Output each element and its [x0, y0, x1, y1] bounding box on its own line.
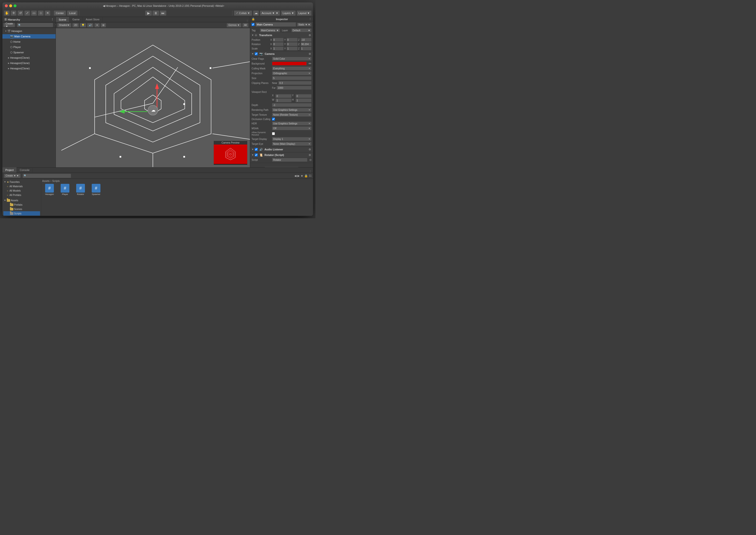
breadcrumb-scripts[interactable]: Scripts [52, 180, 60, 183]
tab-asset-store[interactable]: Asset Store [83, 17, 102, 22]
scale-y-input[interactable] [286, 46, 298, 50]
tab-project[interactable]: Project [2, 167, 17, 173]
near-field[interactable]: 0.3 [278, 81, 311, 85]
scenes-folder[interactable]: Scenes [3, 207, 40, 211]
rotation-y-input[interactable] [286, 42, 298, 46]
scale-z-input[interactable] [301, 46, 311, 50]
2d-btn[interactable]: 2D [72, 23, 79, 27]
hand-tool-btn[interactable]: ✋ [4, 11, 10, 16]
project-star-icon[interactable]: ★ [301, 174, 303, 178]
scene-all-btn[interactable]: All [242, 23, 248, 27]
all-prefabs-item[interactable]: ○ All Prefabs [3, 193, 40, 197]
transform-header[interactable]: ▼ ⊹ Transform ⚙ [250, 33, 313, 38]
move-tool-btn[interactable]: ✛ [11, 11, 16, 16]
project-back-icon[interactable]: ◀ [294, 174, 297, 178]
audio-listener-options[interactable]: ⚙ [308, 148, 311, 151]
hierarchy-row-spawner[interactable]: ⬡ Spawner [2, 50, 56, 55]
layers-dropdown[interactable]: Layers ▼ [281, 11, 296, 16]
camera-header[interactable]: ▼ 📷 Camera ⚙ [250, 51, 313, 56]
background-color-swatch[interactable] [272, 62, 307, 66]
tab-scene[interactable]: Scene [56, 17, 70, 22]
camera-enabled-checkbox[interactable] [255, 52, 258, 55]
position-y-input[interactable] [286, 38, 298, 42]
rotator-header[interactable]: ▼ 📜 Rotator (Script) ⚙ [250, 153, 313, 157]
vp-h-field[interactable]: 1 [296, 99, 312, 102]
collab-button[interactable]: ✓ Collab ▼ [234, 11, 252, 16]
assets-group[interactable]: ▼ Assets [3, 198, 40, 203]
breadcrumb-assets[interactable]: Assets [42, 180, 49, 183]
rotator-script-picker[interactable]: ⊙ [309, 158, 311, 161]
color-picker-icon[interactable]: ✏ [308, 62, 311, 66]
audio-listener-header[interactable]: ▼ 🔊 Audio Listener ⚙ [250, 147, 313, 152]
rotate-tool-btn[interactable]: ↺ [17, 11, 23, 16]
layer-dropdown[interactable]: Default ▼ [291, 28, 311, 32]
file-player[interactable]: # Player [58, 183, 72, 196]
audio-btn[interactable]: 🔊 [87, 23, 93, 27]
msaa-dropdown[interactable]: Off ▼ [272, 127, 311, 130]
hierarchy-row-home[interactable]: ⬡ Home [2, 40, 56, 44]
custom-tool-btn[interactable]: ✕ [44, 11, 50, 16]
project-lock-icon[interactable]: 🔒 [304, 174, 308, 178]
hierarchy-row-main-camera[interactable]: 📷 Main Camera [2, 34, 56, 39]
projection-dropdown[interactable]: Orthographic ▼ [272, 71, 311, 75]
project-create-btn[interactable]: Create ▼ ▼ [4, 174, 21, 178]
hierarchy-create-btn[interactable]: Create ▼ [3, 23, 15, 27]
pivot-local-btn[interactable]: Local [67, 11, 78, 16]
rotator-enabled-checkbox[interactable] [255, 154, 258, 156]
audio-listener-checkbox[interactable] [255, 148, 258, 151]
far-field[interactable]: 1000 [276, 86, 311, 90]
file-spawner[interactable]: # Spawner [89, 183, 103, 196]
scale-tool-btn[interactable]: ⤢ [24, 11, 30, 16]
fx-btn[interactable]: ✦ [94, 23, 100, 27]
hdr-dropdown[interactable]: Use Graphics Settings ▼ [272, 122, 311, 126]
play-button[interactable]: ▶ [145, 11, 152, 16]
scene-view[interactable]: ☁ Camera Preview [56, 28, 250, 167]
occlusion-culling-checkbox[interactable] [272, 118, 275, 121]
project-search-input[interactable] [27, 174, 70, 177]
scripts-folder[interactable]: Scripts [3, 211, 40, 215]
transform-tool-btn[interactable]: ⊹ [38, 11, 44, 16]
object-name-input[interactable] [255, 22, 296, 27]
vp-y-field[interactable]: 0 [296, 94, 312, 98]
hierarchy-row-clone2[interactable]: ▶ Hexagon(Clone) [2, 61, 56, 65]
maximize-button[interactable] [14, 4, 16, 7]
inspector-kebab[interactable]: ⋮ [309, 17, 311, 21]
favorites-group[interactable]: ▼ ★ Favorites [3, 180, 40, 184]
culling-mask-dropdown[interactable]: Everything ▼ [272, 67, 311, 70]
object-enabled-checkbox[interactable] [251, 23, 254, 26]
gizmos-btn[interactable]: Gizmos ▼ [227, 23, 242, 27]
position-x-input[interactable] [273, 38, 284, 42]
layout-dropdown[interactable]: Layout ▼ [297, 11, 311, 16]
target-eye-dropdown[interactable]: None (Main Display) ▼ [272, 142, 311, 146]
hierarchy-row-clone3[interactable]: ▶ Hexagon(Clone) [2, 66, 56, 70]
scene-view-options[interactable]: ⊞ [101, 23, 106, 27]
rotation-x-input[interactable] [273, 42, 284, 46]
camera-options-btn[interactable]: ⚙ [308, 52, 311, 56]
pivot-center-btn[interactable]: Center [54, 11, 66, 16]
rect-tool-btn[interactable]: ▭ [31, 11, 37, 16]
lights-btn[interactable]: 💡 [80, 23, 86, 27]
scene-menu-icon[interactable]: ⋮ [246, 19, 248, 22]
target-texture-dropdown[interactable]: None (Render Texture) ⊙ [272, 113, 311, 117]
close-button[interactable] [5, 4, 8, 7]
file-rotator[interactable]: # Rotator [73, 183, 88, 196]
hierarchy-row-clone1[interactable]: ▶ Hexagon(Clone) [2, 56, 56, 60]
prefabs-folder[interactable]: Prefabs [3, 203, 40, 207]
hierarchy-search-input[interactable] [21, 24, 52, 26]
bottom-menu-icon[interactable]: ⋮ [309, 170, 311, 173]
rotation-z-input[interactable] [301, 42, 311, 46]
position-z-input[interactable] [301, 38, 311, 42]
all-materials-item[interactable]: ○ All Materials [3, 184, 40, 188]
depth-field[interactable]: -1 [272, 103, 311, 107]
minimize-button[interactable] [9, 4, 12, 7]
file-hexagon[interactable]: # Hexagon [42, 183, 57, 196]
hierarchy-row-hexagon[interactable]: ▼ 🎬 Hexagon [2, 29, 56, 33]
static-dropdown[interactable]: Static ▼ ▼ [297, 23, 311, 26]
transform-options-btn[interactable]: ⚙ [308, 34, 311, 37]
size-field[interactable]: 5 [272, 76, 311, 80]
pause-button[interactable]: ⏸ [152, 11, 159, 16]
dynamic-res-checkbox[interactable] [272, 132, 275, 135]
scale-x-input[interactable] [273, 46, 284, 50]
hierarchy-row-player[interactable]: ⬡ Player [2, 45, 56, 49]
rotator-options[interactable]: ⚙ [308, 153, 311, 157]
